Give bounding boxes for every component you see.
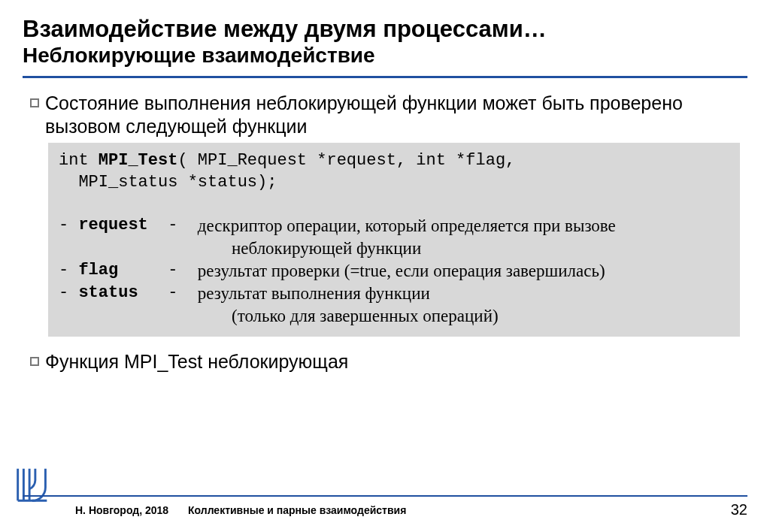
page-number: 32 (702, 501, 747, 518)
code-funcname: MPI_Test (99, 151, 178, 170)
slide: Взаимодействие между двумя процессами… Н… (0, 0, 770, 532)
square-bullet-icon (30, 357, 39, 366)
content-area: Состояние выполнения неблокирующей функц… (23, 92, 747, 532)
square-bullet-icon (30, 98, 39, 107)
footer-row: Н. Новгород, 2018 Коллективные и парные … (23, 501, 747, 518)
param-desc-request: дескриптор операции, который определяетс… (198, 215, 616, 237)
param-name-flag: flag (78, 261, 118, 280)
title-block: Взаимодействие между двумя процессами… Н… (23, 15, 747, 68)
bullet-item: Функция MPI_Test неблокирующая (30, 350, 740, 373)
title-line-2: Неблокирующие взаимодействие (23, 43, 747, 68)
param-desc-request-cont: неблокирующей функции (232, 237, 729, 260)
code-args-1: ( MPI_Request *request, int *flag, (177, 151, 515, 170)
param-name-status: status (78, 283, 138, 302)
param-desc-status: результат выполнения функции (198, 283, 430, 305)
param-row-status: - status - результат выполнения функции (59, 283, 729, 305)
param-key-status: - status - (59, 283, 198, 304)
code-block: int MPI_Test( MPI_Request *request, int … (48, 143, 740, 336)
param-desc-flag: результат проверки (=true, если операция… (198, 260, 605, 283)
code-blank-line (59, 193, 729, 215)
param-name-request: request (78, 216, 147, 234)
bullet-text: Функция MPI_Test неблокирующая (45, 350, 348, 373)
code-kw-int: int (59, 151, 99, 170)
title-divider (23, 76, 747, 78)
param-key-request: - request - (59, 215, 198, 237)
bullet-item: Состояние выполнения неблокирующей функц… (30, 92, 740, 139)
footer-title: Коллективные и парные взаимодействия (188, 504, 702, 516)
param-row-request: - request - дескриптор операции, который… (59, 215, 729, 237)
param-desc-status-cont: (только для завершенных операций) (232, 305, 729, 328)
code-signature-line-1: int MPI_Test( MPI_Request *request, int … (59, 150, 729, 172)
footer-divider (23, 495, 747, 497)
bullet-text: Состояние выполнения неблокирующей функц… (45, 92, 740, 139)
footer: Н. Новгород, 2018 Коллективные и парные … (23, 495, 747, 518)
code-signature-line-2: MPI_status *status); (59, 172, 729, 194)
param-key-flag: - flag - (59, 260, 198, 282)
param-row-flag: - flag - результат проверки (=true, если… (59, 260, 729, 283)
footer-location-year: Н. Новгород, 2018 (23, 504, 188, 516)
title-line-1: Взаимодействие между двумя процессами… (23, 15, 747, 43)
